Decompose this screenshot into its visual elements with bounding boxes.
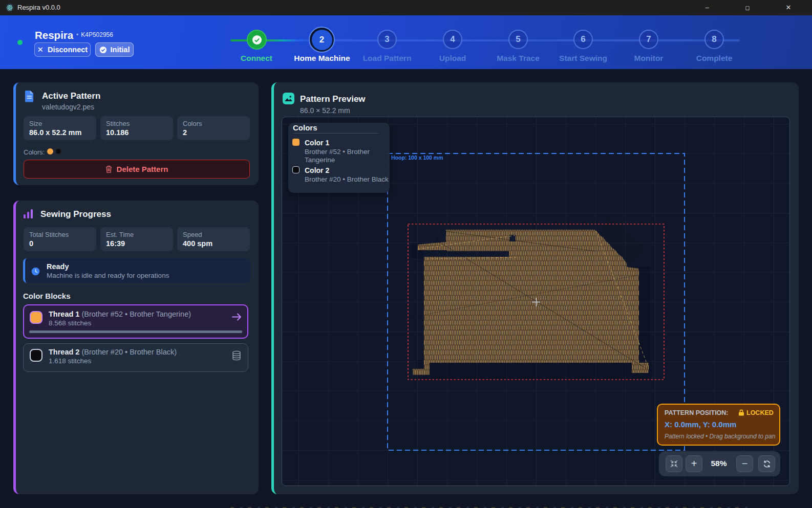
svg-text:Hoop: 100 x 100 mm: Hoop: 100 x 100 mm xyxy=(391,154,443,161)
